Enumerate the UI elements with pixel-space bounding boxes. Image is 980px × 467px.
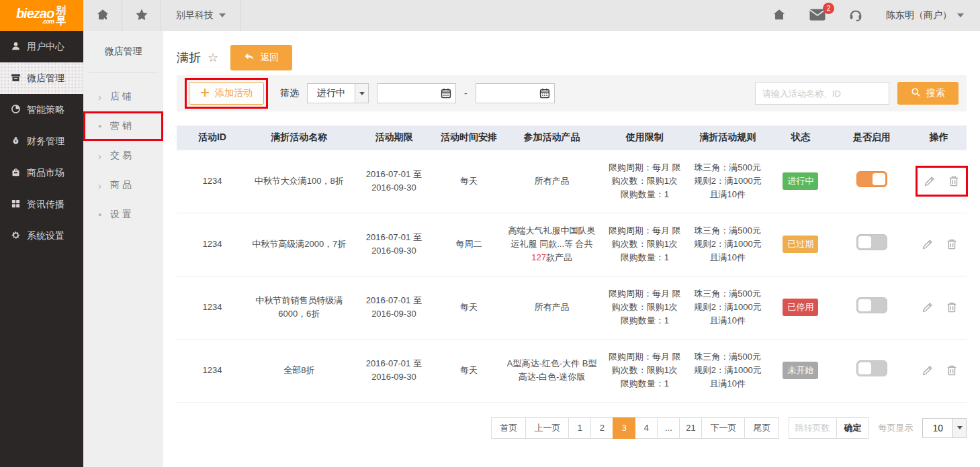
edit-icon[interactable] [921, 238, 934, 251]
cell-products: 高端大气礼服中国队奥运礼服 同款...等 合共127款产品 [500, 213, 603, 276]
brand-logo[interactable]: biezao.com 别早 [0, 0, 83, 31]
cell-status: 未开始 [769, 339, 832, 402]
calendar-icon[interactable] [440, 87, 452, 101]
enable-toggle[interactable] [856, 234, 887, 250]
dot-icon: ● [98, 123, 103, 129]
search-button[interactable]: 搜索 [897, 82, 959, 105]
cell-period: 2016-07-01 至 2016-09-30 [351, 150, 437, 213]
page-jump-confirm-button[interactable]: 确定 [836, 417, 868, 439]
page-number-button-active[interactable]: 3 [613, 417, 635, 439]
page-first-button[interactable]: 首页 [491, 417, 526, 439]
page-number-button[interactable]: 21 [679, 417, 702, 439]
cell-status: 已停用 [769, 276, 832, 339]
table-header-row: 活动ID 满折活动名称 活动期限 活动时间安排 参加活动产品 使用限制 满折活动… [177, 125, 967, 150]
sidebar-item-label: 智能策略 [27, 104, 64, 116]
search-input[interactable] [755, 82, 889, 105]
chevron-down-icon [355, 84, 368, 103]
topbar-right: 2 陈东明（商户） [772, 0, 980, 31]
toggle-knob [858, 236, 871, 248]
table-row: 1234 全部8折 2016-07-01 至 2016-09-30 每天 A型高… [177, 339, 967, 402]
gear-icon [11, 230, 21, 242]
favorite-star-icon[interactable]: ☆ [208, 50, 218, 65]
page-jump-input[interactable] [789, 417, 837, 439]
cell-activity-id: 1234 [177, 339, 248, 402]
plus-icon [200, 88, 210, 99]
submenu-item-marketing[interactable]: ● 营 销 [83, 111, 163, 141]
status-badge: 未开始 [783, 362, 818, 379]
page-number-button[interactable]: 1 [568, 417, 591, 439]
enable-toggle[interactable] [856, 360, 887, 376]
status-filter-select[interactable]: 进行中 [307, 83, 369, 103]
home-button[interactable] [772, 7, 787, 24]
date-to-field[interactable] [476, 83, 555, 103]
add-activity-annotation: 添加活动 [185, 78, 268, 109]
topbar-spacer [241, 0, 772, 31]
logo-text: biezao.com [16, 7, 54, 25]
svg-text:¥: ¥ [15, 139, 17, 143]
user-menu[interactable]: 陈东明（商户） [886, 9, 964, 21]
sidebar-item-smart-strategy[interactable]: 智能策略 [0, 94, 83, 125]
sidebar-item-store-management[interactable]: 微店管理 [0, 62, 83, 94]
edit-icon[interactable] [921, 301, 934, 314]
cell-activity-name: 中秋节前销售员特级满6000，6折 [248, 276, 351, 339]
delete-icon[interactable] [947, 174, 961, 188]
topbar: biezao.com 别早 别早科技 2 [0, 0, 980, 31]
store-icon [11, 72, 21, 85]
page-prev-button[interactable]: 上一页 [525, 417, 569, 439]
cell-status: 进行中 [769, 150, 832, 213]
edit-icon[interactable] [923, 174, 936, 188]
sidebar-item-system-settings[interactable]: 系统设置 [0, 220, 83, 252]
enable-toggle[interactable] [856, 171, 887, 187]
company-dropdown[interactable]: 别早科技 [161, 0, 241, 31]
page-title: 满折 [177, 50, 201, 66]
money-bag-icon: ¥ [11, 136, 21, 148]
messages-button[interactable]: 2 [809, 9, 826, 23]
cell-period: 2016-07-01 至 2016-09-30 [351, 213, 437, 276]
company-name: 别早科技 [176, 9, 214, 21]
enable-toggle[interactable] [856, 297, 887, 313]
submenu-item-settings[interactable]: ● 设 置 [83, 200, 163, 229]
delete-icon[interactable] [945, 364, 959, 377]
sidebar-item-goods-market[interactable]: 商品市场 [0, 157, 83, 189]
submenu-item-shop[interactable]: › 店 铺 [83, 82, 163, 111]
status-badge: 已停用 [783, 299, 818, 316]
back-button[interactable]: 返回 [230, 45, 292, 70]
filter-label: 筛选 [280, 87, 299, 99]
date-from-field[interactable] [377, 83, 456, 103]
submenu-item-goods[interactable]: › 商 品 [83, 170, 163, 200]
submenu-item-label: 交 易 [110, 150, 132, 162]
calendar-icon[interactable] [539, 87, 551, 101]
star-icon [134, 7, 149, 24]
topnav-favorites-button[interactable] [122, 0, 161, 31]
add-activity-button[interactable]: 添加活动 [189, 82, 264, 105]
support-button[interactable] [848, 7, 863, 24]
table-row: 1234 中秋节前销售员特级满6000，6折 2016-07-01 至 2016… [177, 276, 967, 339]
sidebar-item-news[interactable]: 资讯传播 [0, 189, 83, 220]
sidebar-item-label: 商品市场 [27, 167, 64, 179]
user-name: 陈东明（商户） [886, 9, 952, 21]
page-number-button[interactable]: 4 [635, 417, 658, 439]
cell-activity-name: 中秋节高级满2000，7折 [248, 213, 351, 276]
cell-actions [911, 339, 967, 402]
sidebar-item-user-center[interactable]: 用户中心 [0, 31, 83, 62]
cell-rule: 珠三角：满500元规则2：满1000元且满10件 [686, 213, 768, 276]
page-number-button[interactable]: 2 [590, 417, 613, 439]
activity-table: 活动ID 满折活动名称 活动期限 活动时间安排 参加活动产品 使用限制 满折活动… [177, 125, 967, 403]
delete-icon[interactable] [945, 238, 959, 251]
sidebar-item-finance[interactable]: ¥ 财务管理 [0, 125, 83, 157]
per-page-select[interactable]: 10 [922, 418, 967, 438]
chevron-right-icon: › [98, 180, 103, 191]
page-last-button[interactable]: 尾页 [744, 417, 779, 439]
delete-icon[interactable] [945, 301, 959, 314]
col-activity-name: 满折活动名称 [248, 125, 351, 150]
topnav-home-button[interactable] [83, 0, 122, 31]
cell-enabled [832, 276, 911, 339]
cell-schedule: 每天 [437, 150, 500, 213]
page-next-button[interactable]: 下一页 [701, 417, 745, 439]
edit-icon[interactable] [921, 364, 934, 377]
filter-bar: 添加活动 筛选 进行中 - [177, 75, 967, 111]
submenu-item-label: 店 铺 [110, 91, 132, 103]
cell-enabled [832, 150, 911, 213]
submenu-item-trade[interactable]: › 交 易 [83, 141, 163, 170]
table-row: 1234 中秋节高级满2000，7折 2016-07-01 至 2016-09-… [177, 213, 967, 276]
